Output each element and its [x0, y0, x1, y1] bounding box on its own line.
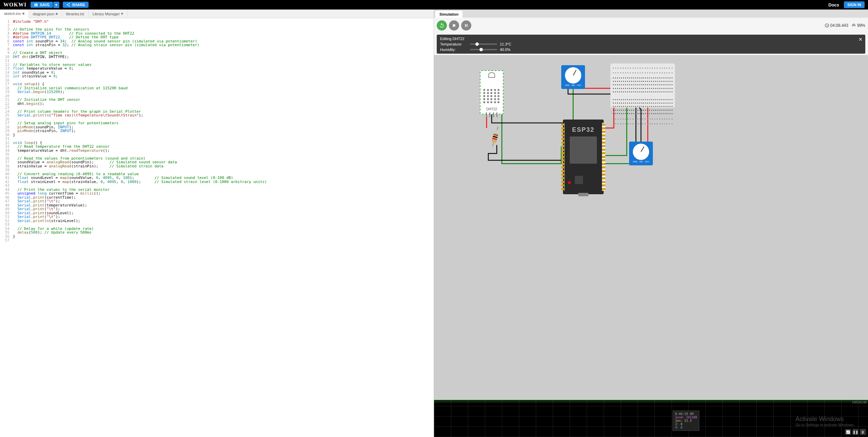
pause-icon [464, 23, 469, 28]
clock-icon [825, 23, 829, 28]
svg-rect-0 [453, 24, 455, 27]
logo[interactable]: WOKWI [3, 2, 26, 8]
share-icon [66, 3, 70, 7]
svg-rect-2 [467, 24, 467, 27]
breadboard-component[interactable] [610, 63, 675, 108]
simulation-panel: Simulation 04:08.443 99% ✕ Editing DHT22 [434, 10, 868, 437]
tab-sketch-ino[interactable]: sketch.ino [0, 10, 29, 18]
app-header: WOKWI SAVE ▾ SHARE Docs SIGN IN [0, 0, 868, 10]
panel-title: Editing DHT22 [440, 37, 862, 41]
stop-icon [452, 23, 456, 28]
plot-chart-icon[interactable]: 📈 [845, 429, 851, 435]
plot-pause-button[interactable]: ❚❚ [852, 429, 858, 435]
tab-libraries-txt[interactable]: libraries.txt [62, 10, 89, 18]
esp32-component[interactable]: ESP32 [563, 120, 604, 194]
potentiometer-2[interactable]: GNDSIGVCC [629, 142, 653, 165]
temperature-slider[interactable] [470, 43, 497, 45]
save-dropdown-button[interactable]: ▾ [53, 2, 59, 8]
plot-clear-button[interactable]: 🗑 [860, 429, 866, 435]
temperature-value: 11.3°C [500, 42, 511, 46]
share-button[interactable]: SHARE [63, 2, 89, 8]
save-button[interactable]: SAVE [31, 2, 53, 8]
sim-time: 04:08.443 99% [825, 23, 865, 28]
sim-toolbar: 04:08.443 99% [434, 18, 868, 33]
serial-plotter: 248146|00 8:46:19 AM 1ond: 2411801en: 11… [434, 400, 868, 437]
humidity-slider[interactable] [470, 49, 497, 50]
temperature-label: Temperature: [440, 42, 467, 46]
humidity-value: 40.0% [500, 48, 510, 52]
tab-Library-Manager[interactable]: Library Manager ▾ [89, 10, 128, 18]
dht22-label: DHT22 [480, 107, 503, 111]
restart-icon [439, 23, 445, 28]
save-icon [34, 3, 38, 7]
humidity-label: Humidity: [440, 48, 467, 52]
pause-button[interactable] [461, 20, 471, 31]
code-editor[interactable]: 1#include "DHT.h"23// Define the pins fo… [0, 18, 434, 437]
pot1-dial[interactable] [565, 67, 581, 84]
editor-tabs: sketch.inodiagram.jsonlibraries.txtLibra… [0, 10, 434, 18]
restart-button[interactable] [437, 20, 447, 31]
plot-tooltip: 8:46:19 AM 1ond: 2411801en: 11.32: 04: 0 [673, 411, 699, 431]
dht-edit-panel: ✕ Editing DHT22 Temperature: 11.3°C Humi… [437, 35, 865, 54]
plot-range: 248146|00 [852, 401, 867, 404]
svg-rect-1 [465, 24, 466, 27]
editor-panel: sketch.inodiagram.jsonlibraries.txtLibra… [0, 10, 434, 437]
sim-tabs: Simulation [434, 10, 868, 18]
esp32-label: ESP32 [563, 120, 604, 133]
gauge-icon [851, 23, 856, 28]
potentiometer-1[interactable]: GNDSIGVCC [561, 65, 585, 89]
docs-link[interactable]: Docs [828, 2, 839, 7]
tab-simulation[interactable]: Simulation [435, 11, 463, 18]
dht22-component[interactable]: DHT22 [480, 70, 504, 114]
plot-area[interactable]: 248146|00 8:46:19 AM 1ond: 2411801en: 11… [434, 400, 868, 437]
close-icon[interactable]: ✕ [858, 37, 863, 42]
resistor-component[interactable] [491, 126, 500, 144]
pot2-dial[interactable] [633, 144, 649, 160]
stop-button[interactable] [449, 20, 459, 31]
sign-in-button[interactable]: SIGN IN [844, 1, 865, 8]
tab-diagram-json[interactable]: diagram.json [29, 10, 62, 18]
simulation-canvas[interactable]: DHT22 GNDSIGVCC GNDSIGVCC [434, 55, 868, 400]
windows-watermark: Activate Windows Go to Settings to activ… [795, 416, 854, 427]
